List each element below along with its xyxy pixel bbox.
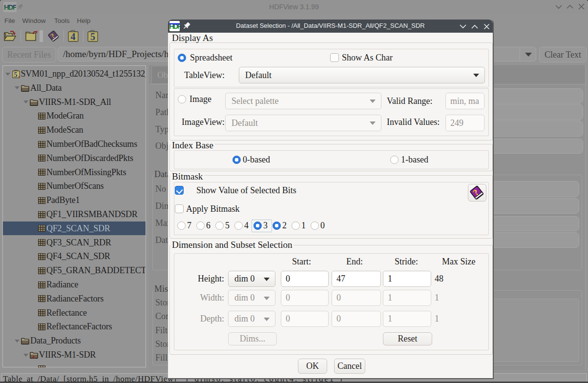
svg-text:5: 5 [90,31,95,42]
svg-text:4: 4 [71,31,76,42]
svg-text:5: 5 [14,71,17,79]
svg-text:A: A [32,355,35,359]
